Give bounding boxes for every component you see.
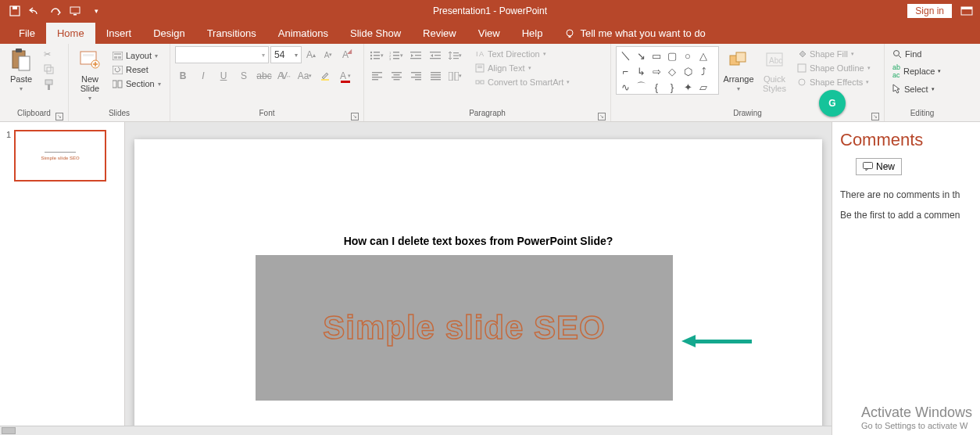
tab-insert[interactable]: Insert <box>95 23 143 44</box>
shape-triangle-icon: △ <box>696 49 710 63</box>
svg-rect-79 <box>864 163 873 169</box>
change-case-button[interactable]: Aa▾ <box>297 68 313 84</box>
numbering-button[interactable]: 123▾ <box>388 48 404 63</box>
slide: How can I delete text boxes from PowerPo… <box>134 139 822 435</box>
paste-label: Paste <box>10 74 32 84</box>
strikethrough-button[interactable]: abc <box>256 68 272 84</box>
justify-button[interactable] <box>427 68 443 84</box>
shape-hex-icon: ⬡ <box>681 64 695 78</box>
increase-indent-button[interactable] <box>427 48 443 63</box>
undo-icon[interactable] <box>28 4 42 18</box>
find-button[interactable]: Find <box>889 48 944 60</box>
char-spacing-button[interactable]: AV↔ <box>277 68 292 84</box>
sign-in-button[interactable]: Sign in <box>907 4 952 18</box>
svg-rect-44 <box>453 52 459 53</box>
dialog-launcher-icon[interactable]: ↘ <box>598 113 606 120</box>
start-from-beginning-icon[interactable] <box>69 4 83 18</box>
align-center-button[interactable] <box>388 68 404 84</box>
scrollbar-thumb[interactable] <box>2 427 16 434</box>
group-font: ▾ 54▾ A▴ A▾ A◢ B I U S abc AV↔ Aa▾ A▾ <box>170 44 364 121</box>
quick-styles-button[interactable]: Abc Quick Styles <box>758 46 791 95</box>
font-color-button[interactable]: A▾ <box>338 68 353 84</box>
thumbnail-1[interactable]: 1 Simple slide SEO <box>6 130 118 182</box>
underline-button[interactable]: U <box>216 68 231 84</box>
svg-point-30 <box>370 58 372 59</box>
decrease-indent-button[interactable] <box>408 48 424 63</box>
copy-button[interactable] <box>41 63 57 76</box>
text-direction-button[interactable]: IAText Direction▾ <box>472 48 573 60</box>
tab-view[interactable]: View <box>467 23 511 44</box>
svg-rect-3 <box>73 14 77 16</box>
layout-button[interactable]: Layout▾ <box>109 49 164 62</box>
cut-button[interactable]: ✂ <box>41 48 57 61</box>
shape-outline-button[interactable]: Shape Outline▾ <box>794 62 874 74</box>
svg-rect-13 <box>45 80 52 84</box>
tab-home[interactable]: Home <box>46 23 95 44</box>
arrange-button[interactable]: Arrange ▾ <box>722 46 755 94</box>
tab-slideshow[interactable]: Slide Show <box>339 23 412 44</box>
svg-rect-22 <box>113 66 123 74</box>
align-right-button[interactable] <box>408 68 424 84</box>
italic-button[interactable]: I <box>195 68 211 84</box>
text-direction-icon: IA <box>475 49 485 59</box>
convert-smartart-button[interactable]: Convert to SmartArt▾ <box>472 76 573 88</box>
document-title: Presentation1 - PowerPoint <box>433 5 547 16</box>
ribbon-display-icon[interactable] <box>960 4 974 18</box>
slide-canvas-area[interactable]: How can I delete text boxes from PowerPo… <box>125 122 832 435</box>
windows-activation-watermark: Activate Windows Go to Settings to activ… <box>861 404 972 430</box>
shape-fill-button[interactable]: Shape Fill▾ <box>794 48 874 60</box>
dialog-launcher-icon[interactable]: ↘ <box>351 113 359 120</box>
save-icon[interactable] <box>8 4 22 18</box>
shape-connector1-icon: ⌐ <box>618 64 632 78</box>
horizontal-scrollbar[interactable] <box>0 426 832 435</box>
shape-effects-button[interactable]: Shape Effects▾ <box>794 76 874 88</box>
format-painter-button[interactable] <box>41 77 57 92</box>
cut-icon: ✂ <box>44 49 51 59</box>
title-right: Sign in <box>907 4 974 18</box>
reset-button[interactable]: Reset <box>109 63 164 76</box>
columns-button[interactable]: ▾ <box>447 68 463 84</box>
shape-curve-icon: ∿ <box>618 80 632 94</box>
bold-button[interactable]: B <box>175 68 191 84</box>
dialog-launcher-icon[interactable]: ↘ <box>55 113 63 120</box>
bullets-button[interactable]: ▾ <box>369 48 384 63</box>
redo-icon[interactable] <box>48 4 63 18</box>
tell-me-search[interactable]: Tell me what you want to do <box>553 23 716 44</box>
new-comment-button[interactable]: New <box>856 158 902 175</box>
shape-outline-icon <box>797 63 807 73</box>
increase-font-icon[interactable]: A▴ <box>303 47 319 63</box>
slide-textbox[interactable]: Simple slide SEO <box>256 255 673 401</box>
tab-help[interactable]: Help <box>511 23 554 44</box>
tab-file[interactable]: File <box>8 23 46 44</box>
clear-formatting-icon[interactable]: A◢ <box>338 47 353 63</box>
shape-fill-icon <box>797 49 807 59</box>
shadow-button[interactable]: S <box>236 68 252 84</box>
svg-rect-52 <box>393 74 399 75</box>
svg-rect-48 <box>372 74 378 75</box>
tell-me-label: Tell me what you want to do <box>580 27 705 39</box>
arrow-line <box>696 340 752 343</box>
svg-rect-46 <box>453 58 459 59</box>
section-button[interactable]: Section▾ <box>109 77 164 90</box>
tab-transitions[interactable]: Transitions <box>196 23 267 44</box>
paste-button[interactable]: Paste ▾ <box>5 46 38 94</box>
align-text-button[interactable]: Align Text▾ <box>472 62 573 74</box>
font-highlight-button[interactable] <box>317 68 333 84</box>
tab-review[interactable]: Review <box>412 23 467 44</box>
select-button[interactable]: Select▾ <box>889 82 944 95</box>
dialog-launcher-icon[interactable]: ↘ <box>871 113 879 120</box>
font-name-combo[interactable]: ▾ <box>175 46 269 63</box>
tab-animations[interactable]: Animations <box>267 23 339 44</box>
tab-design[interactable]: Design <box>142 23 195 44</box>
svg-rect-73 <box>736 52 746 62</box>
shapes-gallery[interactable]: ＼ ↘ ▭ ▢ ○ △ ⌐ ↳ ⇨ ◇ ⬡ ⤴ ∿ ⌒ { } ✦ ▱ <box>616 46 719 95</box>
font-size-combo[interactable]: 54▾ <box>270 46 302 63</box>
replace-button[interactable]: abacReplace▾ <box>889 62 944 81</box>
align-left-button[interactable] <box>369 68 384 84</box>
line-spacing-button[interactable]: ▾ <box>447 48 463 63</box>
chevron-down-icon: ▾ <box>737 85 740 92</box>
new-slide-button[interactable]: New Slide ▾ <box>73 46 106 103</box>
decrease-font-icon[interactable]: A▾ <box>320 47 336 63</box>
qat-customize-icon[interactable]: ▾ <box>89 4 103 18</box>
grammarly-icon[interactable]: G <box>819 90 846 117</box>
